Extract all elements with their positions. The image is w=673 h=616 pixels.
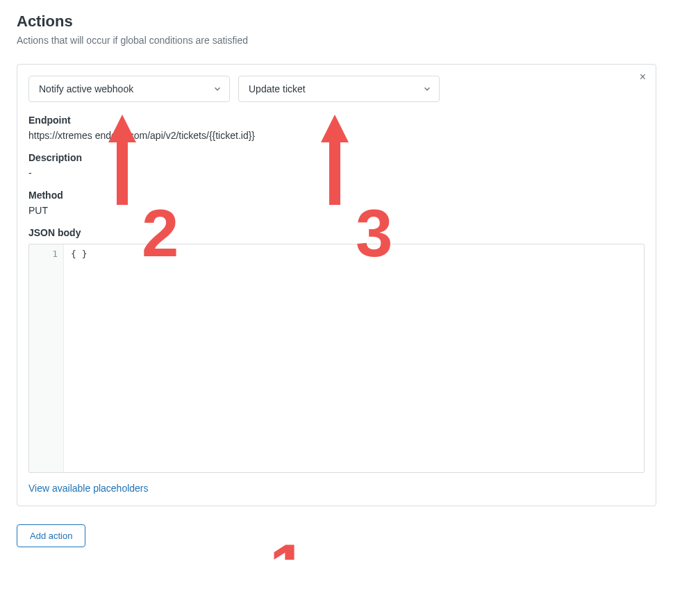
description-label: Description bbox=[28, 152, 645, 163]
webhook-target-select-value: Update ticket bbox=[249, 83, 306, 94]
json-body-label: JSON body bbox=[28, 227, 645, 238]
chevron-down-icon bbox=[422, 84, 432, 94]
json-body-editor[interactable]: 1 { } bbox=[28, 244, 645, 473]
endpoint-value: https://xtremes endesk.com/api/v2/ticket… bbox=[28, 130, 645, 141]
close-icon[interactable]: × bbox=[640, 72, 646, 83]
view-placeholders-link[interactable]: View available placeholders bbox=[28, 483, 149, 494]
method-label: Method bbox=[28, 190, 645, 201]
add-action-button[interactable]: Add action bbox=[17, 524, 85, 547]
method-value: PUT bbox=[28, 205, 645, 216]
code-area[interactable]: { } bbox=[64, 244, 644, 472]
code-gutter: 1 bbox=[29, 244, 64, 472]
page-title: Actions bbox=[17, 13, 656, 31]
page-subtitle: Actions that will occur if global condit… bbox=[17, 35, 656, 46]
line-number: 1 bbox=[29, 249, 58, 259]
annotation-number-1: 1 bbox=[269, 535, 306, 560]
chevron-down-icon bbox=[213, 84, 222, 94]
action-selects-row: Notify active webhook Update ticket bbox=[28, 76, 645, 102]
description-value: - bbox=[28, 167, 645, 178]
endpoint-label: Endpoint bbox=[28, 115, 645, 126]
action-type-select[interactable]: Notify active webhook bbox=[28, 76, 230, 102]
code-line: { } bbox=[71, 249, 637, 259]
action-card: × Notify active webhook Update ticket En… bbox=[17, 64, 656, 506]
action-type-select-value: Notify active webhook bbox=[39, 83, 133, 94]
webhook-target-select[interactable]: Update ticket bbox=[238, 76, 440, 102]
